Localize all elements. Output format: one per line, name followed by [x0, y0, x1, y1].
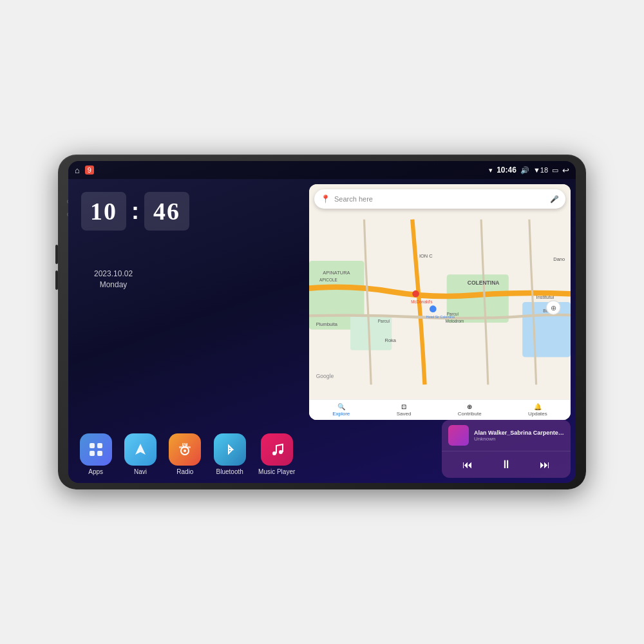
svg-text:FM: FM [182, 442, 188, 446]
clock-widget: 10 : 46 [81, 192, 189, 231]
date-widget: 2023.10.02 Monday [94, 269, 133, 291]
home-content: 10 : 46 2023.10.02 Monday [68, 179, 576, 483]
map-nav-updates[interactable]: 🔔 Updates [528, 403, 547, 417]
saved-icon: ⊡ [401, 403, 406, 410]
map-background: COLENTINA Institutui Bucur Dano ION C AP… [309, 184, 571, 420]
apps-label: Apps [88, 468, 103, 475]
dock-item-apps[interactable]: Apps [80, 433, 112, 475]
svg-text:Google: Google [316, 373, 334, 379]
radio-icon: FM [169, 433, 201, 466]
music-player-icon [261, 433, 293, 466]
map-pin-icon: 📍 [321, 194, 330, 204]
side-button-2[interactable] [55, 270, 58, 290]
svg-point-30 [412, 290, 419, 298]
updates-icon: 🔔 [534, 403, 542, 410]
svg-text:Roka: Roka [385, 337, 397, 343]
map-search-bar[interactable]: 📍 Search here 🎤 [314, 189, 565, 209]
date-line2: Monday [94, 280, 133, 289]
wifi-icon: ▾ [489, 166, 493, 175]
gps-icon[interactable]: 9 [85, 166, 94, 175]
contribute-label: Contribute [458, 411, 482, 417]
status-time: 10:46 [497, 166, 516, 175]
svg-point-32 [430, 305, 437, 312]
status-bar: ⌂ 9 ▾ 10:46 🔊 ▼18 ▭ ↩ [68, 161, 576, 179]
dock-item-radio[interactable]: FM Radio [169, 433, 201, 475]
left-panel: 10 : 46 2023.10.02 Monday [68, 179, 307, 483]
svg-text:⊕: ⊕ [551, 304, 556, 312]
volume-icon: 🔊 [520, 166, 529, 175]
battery-icon: ▭ [552, 166, 558, 175]
radio-label: Radio [176, 468, 193, 475]
clock-hours: 10 [81, 192, 126, 231]
status-left: ⌂ 9 [75, 166, 94, 175]
dock-item-navi[interactable]: Navi [124, 433, 156, 475]
contribute-icon: ⊕ [467, 403, 472, 410]
svg-text:APINATURA: APINATURA [323, 270, 350, 276]
music-track-info: Alan Walker_Sabrina Carpenter_F... Unkno… [442, 420, 571, 451]
apps-icon [80, 433, 112, 466]
date-line1: 2023.10.02 [94, 269, 133, 278]
clock-minutes: 46 [144, 192, 189, 231]
svg-rect-3 [97, 451, 102, 456]
navi-icon [124, 433, 156, 466]
side-button-1[interactable] [55, 245, 58, 264]
bluetooth-icon [214, 433, 246, 466]
dock-item-music[interactable]: Music Player [258, 433, 295, 475]
explore-icon: 🔍 [337, 403, 345, 410]
saved-label: Saved [397, 411, 412, 417]
svg-rect-0 [90, 443, 95, 448]
music-thumbnail [448, 425, 469, 446]
music-player[interactable]: Alan Walker_Sabrina Carpenter_F... Unkno… [442, 420, 571, 478]
svg-rect-9 [179, 446, 191, 448]
svg-text:Institutui: Institutui [536, 294, 554, 300]
music-play-button[interactable]: ⏸ [495, 457, 517, 473]
device-shell: MIC RST ⌂ 9 ▾ 10:46 🔊 ▼18 ▭ ↩ 1 [58, 155, 586, 489]
screen: ⌂ 9 ▾ 10:46 🔊 ▼18 ▭ ↩ 10 : 46 [68, 161, 576, 483]
svg-point-6 [184, 450, 186, 452]
map-nav-saved[interactable]: ⊡ Saved [397, 403, 412, 417]
svg-text:Parcul: Parcul [378, 319, 390, 323]
clock-colon: : [131, 198, 139, 225]
svg-text:ION C: ION C [419, 253, 433, 259]
svg-rect-1 [97, 443, 102, 448]
dock-item-bluetooth[interactable]: Bluetooth [214, 433, 246, 475]
music-label: Music Player [258, 468, 295, 475]
map-search-text: Search here [334, 195, 546, 203]
svg-text:McDonald's: McDonald's [411, 299, 432, 304]
explore-label: Explore [332, 411, 350, 417]
music-prev-button[interactable]: ⏮ [457, 458, 478, 472]
signal-strength: ▼18 [533, 166, 548, 174]
map-mic-icon[interactable]: 🎤 [550, 195, 559, 204]
bottom-dock: Apps Navi [68, 428, 307, 483]
status-right: ▾ 10:46 🔊 ▼18 ▭ ↩ [489, 166, 569, 175]
svg-text:Motodrom: Motodrom [446, 319, 464, 323]
music-text: Alan Walker_Sabrina Carpenter_F... Unkno… [474, 430, 564, 442]
music-artist: Unknown [474, 436, 564, 442]
home-icon[interactable]: ⌂ [75, 166, 80, 175]
navi-label: Navi [134, 468, 147, 475]
music-thumb-image [448, 425, 469, 446]
map-bottom-nav: 🔍 Explore ⊡ Saved ⊕ Contribute 🔔 [309, 399, 571, 420]
back-icon[interactable]: ↩ [562, 166, 569, 175]
map-nav-contribute[interactable]: ⊕ Contribute [458, 403, 482, 417]
svg-text:Hotel Sir Colentina: Hotel Sir Colentina [426, 315, 455, 319]
bluetooth-label: Bluetooth [216, 468, 243, 475]
svg-text:Plumbuita: Plumbuita [316, 321, 338, 327]
svg-text:COLENTINA: COLENTINA [468, 279, 500, 286]
music-title: Alan Walker_Sabrina Carpenter_F... [474, 430, 564, 436]
right-panel: COLENTINA Institutui Bucur Dano ION C AP… [307, 179, 576, 483]
svg-text:Dano: Dano [553, 256, 565, 262]
map-svg: COLENTINA Institutui Bucur Dano ION C AP… [309, 184, 571, 420]
music-controls: ⏮ ⏸ ⏭ [442, 451, 571, 478]
svg-text:APICOLE: APICOLE [319, 278, 337, 282]
music-next-button[interactable]: ⏭ [535, 458, 555, 472]
updates-label: Updates [528, 411, 547, 417]
svg-rect-2 [90, 451, 95, 456]
svg-marker-4 [135, 444, 146, 455]
map-nav-explore[interactable]: 🔍 Explore [332, 403, 350, 417]
map-container[interactable]: COLENTINA Institutui Bucur Dano ION C AP… [309, 184, 571, 420]
